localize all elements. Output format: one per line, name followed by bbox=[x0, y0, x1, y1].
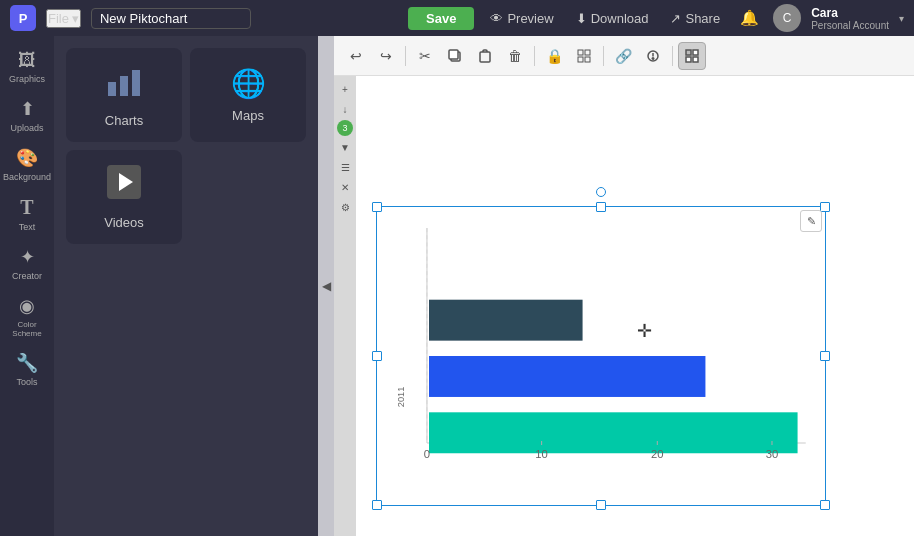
maps-card-label: Maps bbox=[232, 108, 264, 123]
topbar: P File ▾ Save 👁 Preview ⬇ Download ↗ Sha… bbox=[0, 0, 914, 36]
panel-card-videos[interactable]: Videos bbox=[66, 150, 182, 244]
cut-button[interactable]: ✂ bbox=[411, 42, 439, 70]
svg-rect-10 bbox=[578, 57, 583, 62]
preview-label: Preview bbox=[507, 11, 553, 26]
save-button[interactable]: Save bbox=[408, 7, 474, 30]
handle-bottom-right[interactable] bbox=[820, 500, 830, 510]
copy-button[interactable] bbox=[441, 42, 469, 70]
sidebar-item-creator-label: Creator bbox=[12, 271, 42, 281]
file-label: File bbox=[48, 11, 69, 26]
preview-button[interactable]: 👁 Preview bbox=[484, 9, 559, 28]
svg-rect-11 bbox=[585, 57, 590, 62]
toolbar: ↩ ↪ ✂ 🗑 🔒 bbox=[334, 36, 914, 76]
paste-button[interactable] bbox=[471, 42, 499, 70]
sidebar-item-tools[interactable]: 🔧 Tools bbox=[4, 346, 50, 393]
toolbar-separator-4 bbox=[672, 46, 673, 66]
uploads-icon: ⬆ bbox=[20, 98, 35, 120]
svg-rect-16 bbox=[693, 50, 698, 55]
sidebar-item-background[interactable]: 🎨 Background bbox=[4, 141, 50, 188]
logo-text: P bbox=[19, 11, 28, 26]
grid-button[interactable] bbox=[570, 42, 598, 70]
svg-text:20: 20 bbox=[651, 448, 664, 460]
svg-rect-0 bbox=[108, 82, 116, 96]
download-button[interactable]: ⬇ Download bbox=[570, 9, 655, 28]
videos-card-label: Videos bbox=[104, 215, 144, 230]
canvas-area: ↩ ↪ ✂ 🗑 🔒 bbox=[334, 36, 914, 536]
main-layout: 🖼 Graphics ⬆ Uploads 🎨 Background T Text… bbox=[0, 36, 914, 536]
svg-rect-9 bbox=[585, 50, 590, 55]
user-dropdown-chevron: ▾ bbox=[899, 13, 904, 24]
text-icon: T bbox=[20, 196, 33, 219]
charts-card-icon bbox=[106, 62, 142, 105]
panel-grid: Charts 🌐 Maps Videos bbox=[66, 48, 306, 244]
mini-layers-button[interactable]: ☰ bbox=[336, 158, 354, 176]
badge-value: 3 bbox=[342, 123, 347, 133]
panel-card-maps[interactable]: 🌐 Maps bbox=[190, 48, 306, 142]
svg-text:0: 0 bbox=[424, 448, 430, 460]
sidebar-item-graphics[interactable]: 🖼 Graphics bbox=[4, 44, 50, 90]
sidebar-item-creator[interactable]: ✦ Creator bbox=[4, 240, 50, 287]
mini-close-button[interactable]: ✕ bbox=[336, 178, 354, 196]
creator-icon: ✦ bbox=[20, 246, 35, 268]
color-scheme-icon: ◉ bbox=[19, 295, 35, 317]
charts-card-label: Charts bbox=[105, 113, 143, 128]
collapse-icon: ◀ bbox=[322, 279, 331, 293]
svg-text:10: 10 bbox=[535, 448, 548, 460]
canvas-and-mini-toolbar: + ↓ 3 ▼ ☰ ✕ ⚙ bbox=[334, 76, 914, 536]
download-label: Download bbox=[591, 11, 649, 26]
sidebar-item-graphics-label: Graphics bbox=[9, 74, 45, 84]
avatar[interactable]: C bbox=[773, 4, 801, 32]
sidebar-item-background-label: Background bbox=[3, 172, 51, 182]
notifications-button[interactable]: 🔔 bbox=[736, 7, 763, 29]
sidebar-item-color-scheme-label: Color Scheme bbox=[6, 320, 48, 338]
bar-2 bbox=[429, 356, 705, 397]
chart-edit-button[interactable]: ✎ bbox=[800, 210, 822, 232]
tools-icon: 🔧 bbox=[16, 352, 38, 374]
sidebar-item-tools-label: Tools bbox=[16, 377, 37, 387]
user-info[interactable]: Cara Personal Account bbox=[811, 6, 889, 31]
handle-bottom-center[interactable] bbox=[596, 500, 606, 510]
chart-element[interactable]: ✎ ✛ bbox=[376, 206, 826, 506]
background-icon: 🎨 bbox=[16, 147, 38, 169]
mini-badge: 3 bbox=[337, 120, 353, 136]
handle-bottom-left[interactable] bbox=[372, 500, 382, 510]
svg-rect-7 bbox=[480, 52, 490, 62]
lock-button[interactable]: 🔒 bbox=[540, 42, 568, 70]
collapse-panel-button[interactable]: ◀ bbox=[318, 36, 334, 536]
maps-card-icon: 🌐 bbox=[231, 67, 266, 100]
share-button[interactable]: ↗ Share bbox=[664, 9, 726, 28]
panel-card-charts[interactable]: Charts bbox=[66, 48, 182, 142]
more-settings-button[interactable] bbox=[639, 42, 667, 70]
videos-card-icon bbox=[106, 164, 142, 207]
undo-button[interactable]: ↩ bbox=[342, 42, 370, 70]
document-title-input[interactable] bbox=[91, 8, 251, 29]
mini-move-down-button[interactable]: ↓ bbox=[336, 100, 354, 118]
svg-rect-15 bbox=[686, 50, 691, 55]
handle-middle-left[interactable] bbox=[372, 351, 382, 361]
handle-top-left[interactable] bbox=[372, 202, 382, 212]
mini-add-button[interactable]: + bbox=[336, 80, 354, 98]
handle-middle-right[interactable] bbox=[820, 351, 830, 361]
toolbar-separator-3 bbox=[603, 46, 604, 66]
mini-settings-button[interactable]: ⚙ bbox=[336, 198, 354, 216]
sidebar-item-text[interactable]: T Text bbox=[4, 190, 50, 238]
sidebar-item-color-scheme[interactable]: ◉ Color Scheme bbox=[4, 289, 50, 344]
canvas-page: ✎ ✛ bbox=[356, 76, 914, 536]
mini-filter-button[interactable]: ▼ bbox=[336, 138, 354, 156]
chart-inner: 0 10 20 30 2011 bbox=[386, 216, 816, 496]
canvas-viewport[interactable]: ✎ ✛ bbox=[356, 76, 914, 536]
bar-1 bbox=[429, 300, 583, 341]
mini-toolbar: + ↓ 3 ▼ ☰ ✕ ⚙ bbox=[334, 76, 356, 536]
arrange-button[interactable] bbox=[678, 42, 706, 70]
rotate-handle[interactable] bbox=[596, 187, 606, 197]
panel-sidebar: Charts 🌐 Maps Videos bbox=[54, 36, 318, 536]
icon-sidebar: 🖼 Graphics ⬆ Uploads 🎨 Background T Text… bbox=[0, 36, 54, 536]
edit-icon: ✎ bbox=[807, 215, 816, 228]
share-label: Share bbox=[685, 11, 720, 26]
sidebar-item-uploads[interactable]: ⬆ Uploads bbox=[4, 92, 50, 139]
delete-button[interactable]: 🗑 bbox=[501, 42, 529, 70]
file-menu-button[interactable]: File ▾ bbox=[46, 9, 81, 28]
link-button[interactable]: 🔗 bbox=[609, 42, 637, 70]
redo-button[interactable]: ↪ bbox=[372, 42, 400, 70]
handle-top-center[interactable] bbox=[596, 202, 606, 212]
